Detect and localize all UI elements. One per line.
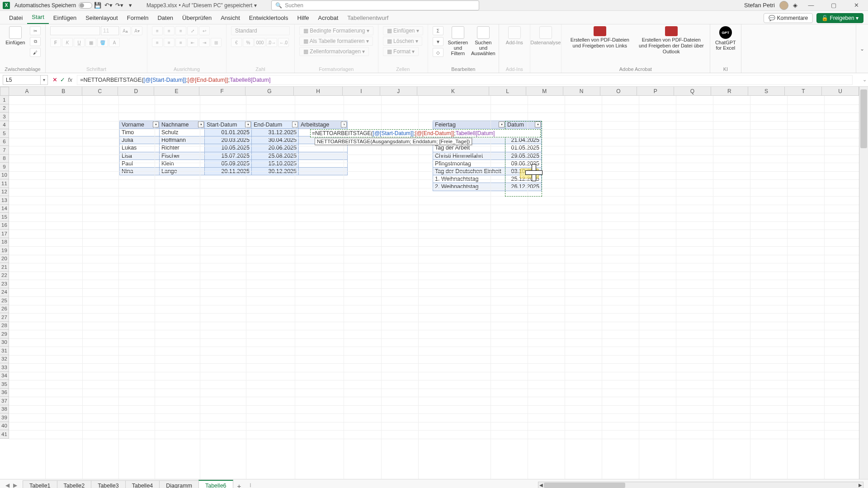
- column-header[interactable]: R: [711, 87, 748, 96]
- row-header[interactable]: 8: [0, 155, 9, 163]
- qat-customize-icon[interactable]: ▾: [125, 2, 136, 9]
- tab-formulas[interactable]: Formeln: [123, 12, 153, 24]
- row-header[interactable]: 20: [0, 255, 9, 263]
- align-center-icon[interactable]: ≡: [164, 38, 175, 47]
- shrink-font-icon[interactable]: A▾: [132, 26, 142, 35]
- format-table-button[interactable]: ▦ Als Tabelle formatieren ▾: [299, 37, 373, 46]
- align-right-icon[interactable]: ≡: [175, 38, 186, 47]
- tab-file[interactable]: Datei: [5, 12, 27, 24]
- align-mid-icon[interactable]: ≡: [164, 26, 175, 35]
- column-header[interactable]: E: [154, 87, 199, 96]
- italic-button[interactable]: K: [62, 38, 73, 47]
- column-header[interactable]: C: [82, 87, 118, 96]
- thousand-icon[interactable]: 000: [255, 38, 265, 47]
- column-header[interactable]: A: [9, 87, 45, 96]
- filter-dropdown-icon[interactable]: ▾: [198, 122, 204, 127]
- autosave-toggle[interactable]: [79, 2, 92, 9]
- sheet-tab[interactable]: Tabelle3: [91, 480, 126, 488]
- share-button[interactable]: 🔓 Freigeben ▾: [816, 13, 863, 23]
- sheet-split-handle[interactable]: ⁞: [245, 482, 256, 488]
- row-header[interactable]: 11: [0, 179, 9, 188]
- dec-inc-icon[interactable]: .0→: [266, 38, 277, 47]
- row-header[interactable]: 13: [0, 196, 9, 205]
- cond-format-button[interactable]: ▦ Bedingte Formatierung ▾: [299, 26, 373, 35]
- row-header[interactable]: 24: [0, 288, 9, 297]
- align-bot-icon[interactable]: ≡: [175, 26, 186, 35]
- row-header[interactable]: 39: [0, 413, 9, 422]
- addins-button[interactable]: Add-Ins: [504, 26, 525, 45]
- avatar[interactable]: [779, 1, 788, 10]
- tab-insert[interactable]: Einfügen: [49, 12, 81, 24]
- row-header[interactable]: 18: [0, 238, 9, 247]
- tab-tabledesign[interactable]: Tabellenentwurf: [343, 12, 393, 24]
- column-header[interactable]: G: [245, 87, 294, 96]
- row-header[interactable]: 6: [0, 138, 9, 146]
- sheet-tab[interactable]: Tabelle1: [23, 480, 57, 488]
- search-input[interactable]: 🔍 Suchen: [271, 0, 479, 10]
- sheet-nav-next[interactable]: ▶: [13, 482, 17, 488]
- fill-color-icon[interactable]: 🪣: [97, 38, 108, 47]
- editing-cell[interactable]: =NETTOARBEITSTAGE([@[Start-Datum]];[@[En…: [310, 129, 541, 137]
- tab-pagelayout[interactable]: Seitenlayout: [81, 12, 123, 24]
- column-header[interactable]: F: [199, 87, 245, 96]
- column-headers[interactable]: ABCDEFGHIJKLMNOPQRSTU: [9, 87, 859, 96]
- filter-dropdown-icon[interactable]: ▾: [153, 122, 159, 127]
- row-header[interactable]: 30: [0, 338, 9, 347]
- tab-acrobat[interactable]: Acrobat: [314, 12, 343, 24]
- sort-filter-button[interactable]: Sortieren und Filtern: [447, 26, 469, 56]
- row-header[interactable]: 17: [0, 230, 9, 238]
- formula-expand-button[interactable]: ⌄: [861, 77, 868, 83]
- column-header[interactable]: D: [118, 87, 154, 96]
- underline-button[interactable]: U: [74, 38, 85, 47]
- border-icon[interactable]: ▦: [85, 38, 96, 47]
- row-header[interactable]: 35: [0, 380, 9, 389]
- grow-font-icon[interactable]: A▴: [120, 26, 131, 35]
- row-header[interactable]: 23: [0, 280, 9, 288]
- filter-dropdown-icon[interactable]: ▾: [535, 122, 541, 127]
- document-title[interactable]: Mappe3.xlsx • Auf "Diesem PC" gespeicher…: [146, 2, 257, 9]
- username-label[interactable]: Stefan Petri: [744, 2, 775, 9]
- dec-dec-icon[interactable]: ←.0: [278, 38, 289, 47]
- row-header[interactable]: 29: [0, 330, 9, 338]
- row-header[interactable]: 14: [0, 205, 9, 213]
- merge-icon[interactable]: ⊞: [211, 38, 222, 47]
- name-box[interactable]: L5: [3, 75, 41, 85]
- close-button[interactable]: ✕: [847, 2, 865, 9]
- table-row[interactable]: LisaFischer15.07.202525.08.2025: [120, 152, 348, 160]
- autosum-icon[interactable]: Σ: [433, 26, 443, 35]
- add-sheet-button[interactable]: +: [233, 481, 246, 488]
- tab-help[interactable]: Hilfe: [293, 12, 314, 24]
- column-header[interactable]: J: [380, 87, 417, 96]
- insert-cells-button[interactable]: ▦ Einfügen ▾: [383, 26, 423, 35]
- copy-icon[interactable]: ⧉: [30, 37, 41, 46]
- wrap-text-icon[interactable]: ↩: [199, 26, 210, 35]
- data-analysis-button[interactable]: Datenanalyse: [535, 26, 557, 45]
- horizontal-scrollbar[interactable]: ◀ ▶: [538, 482, 863, 488]
- row-headers[interactable]: 1234567891011121314151617181920212223242…: [0, 96, 9, 479]
- orientation-icon[interactable]: ⤢: [187, 26, 198, 35]
- column-header[interactable]: O: [600, 87, 637, 96]
- hscroll-thumb[interactable]: [544, 483, 625, 488]
- percent-icon[interactable]: %: [243, 38, 254, 47]
- maximize-button[interactable]: ▢: [825, 2, 843, 9]
- sheet-tab[interactable]: Diagramm: [159, 480, 199, 488]
- vertical-scrollbar[interactable]: [859, 87, 868, 479]
- accept-formula-icon[interactable]: ✓: [60, 76, 65, 83]
- formula-input[interactable]: =NETTOARBEITSTAGE([@[Start-Datum]];[@[En…: [77, 75, 853, 85]
- sheet-tab[interactable]: Tabelle2: [57, 480, 92, 488]
- sheet-nav-prev[interactable]: ◀: [5, 482, 9, 488]
- row-header[interactable]: 38: [0, 405, 9, 414]
- row-header[interactable]: 34: [0, 372, 9, 380]
- name-box-dropdown[interactable]: ▾: [41, 75, 48, 85]
- column-header[interactable]: N: [563, 87, 600, 96]
- chatgpt-button[interactable]: GPTChatGPT for Excel: [715, 26, 736, 51]
- column-header[interactable]: Q: [674, 87, 711, 96]
- qat-redo-icon[interactable]: ↷▾: [114, 2, 125, 9]
- column-header[interactable]: H: [294, 87, 343, 96]
- qat-undo-icon[interactable]: ↶▾: [103, 2, 114, 9]
- cell-styles-button[interactable]: ▦ Zellenformatvorlagen ▾: [299, 47, 369, 56]
- row-header[interactable]: 33: [0, 363, 9, 372]
- fx-icon[interactable]: fx: [68, 76, 72, 83]
- clear-icon[interactable]: ◇: [433, 48, 443, 57]
- bold-button[interactable]: F: [50, 38, 61, 47]
